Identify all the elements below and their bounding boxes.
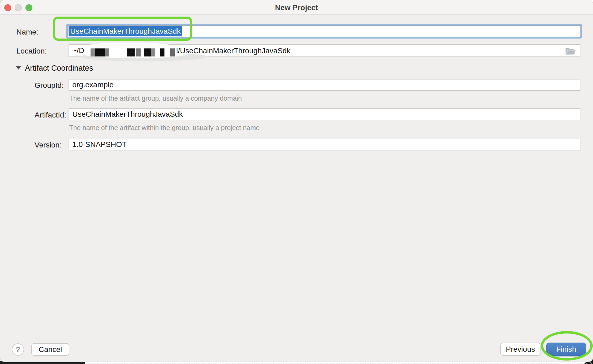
name-label: Name: [16,28,38,36]
help-button-label: ? [16,345,20,354]
name-input[interactable]: UseChainMakerThroughJavaSdk [66,24,582,39]
finish-button[interactable]: Finish [546,343,586,356]
previous-button[interactable]: Previous [500,343,541,356]
new-project-dialog: New Project Name: UseChainMakerThroughJa… [0,0,593,362]
redaction-block [136,48,141,56]
redaction-block [127,48,135,56]
artifactid-hint: The name of the artifact within the grou… [69,124,260,132]
version-input[interactable]: 1.0-SNAPSHOT [69,139,580,150]
cancel-button[interactable]: Cancel [31,343,69,356]
window-title: New Project [0,3,593,12]
title-bar[interactable]: New Project [0,0,593,15]
section-title[interactable]: Artifact Coordinates [25,64,93,73]
collapse-arrow-icon[interactable] [16,66,21,70]
location-path-suffix: l/UseChainMakerThroughJavaSdk [176,47,290,55]
cancel-button-label: Cancel [39,345,62,354]
desktop-background [85,363,593,363]
folder-browse-icon[interactable] [565,47,576,55]
version-value: 1.0-SNAPSHOT [72,140,126,149]
redaction-block [95,48,105,56]
artifactid-label: ArtifactId: [35,111,66,119]
groupid-value: org.example [72,81,114,89]
redaction-block [105,48,109,56]
location-input[interactable]: ~/D l/UseChainMakerThroughJavaSdk [69,44,580,57]
finish-button-label: Finish [556,345,576,354]
groupid-hint: The name of the artifact group, usually … [69,94,242,102]
groupid-input[interactable]: org.example [69,79,580,91]
groupid-label: GroupId: [35,81,64,90]
section-separator [88,68,580,68]
name-input-inner[interactable]: UseChainMakerThroughJavaSdk [67,25,581,37]
selected-text[interactable]: UseChainMakerThroughJavaSdk [69,26,182,36]
artifactid-value: UseChainMakerThroughJavaSdk [72,110,183,119]
redaction-block [91,48,95,56]
redaction-block [170,48,175,56]
redaction-block [144,48,151,56]
location-label: Location: [16,47,47,55]
location-path-prefix: ~/D [72,46,84,55]
help-button[interactable]: ? [12,343,24,356]
version-label: Version: [35,141,62,149]
redaction-block [151,48,155,56]
previous-button-label: Previous [506,345,535,354]
redaction-block [160,48,164,56]
artifactid-input[interactable]: UseChainMakerThroughJavaSdk [69,108,580,120]
